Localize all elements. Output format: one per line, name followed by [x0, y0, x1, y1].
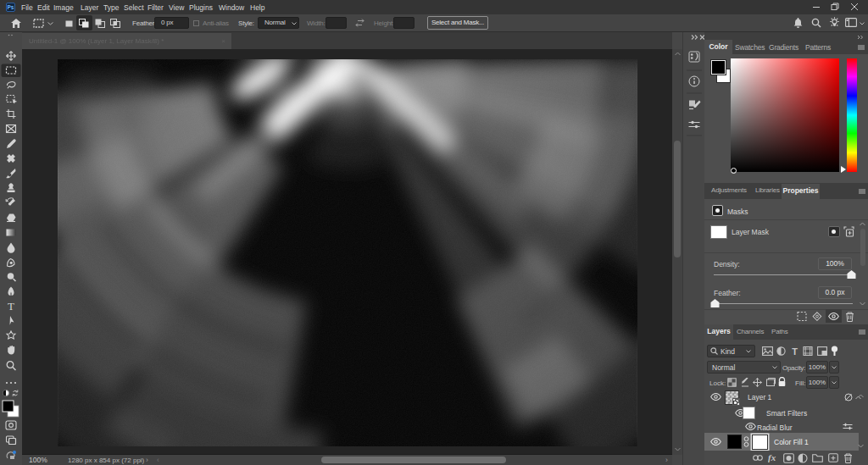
svg-text:fx: fx — [768, 452, 776, 462]
svg-text:T: T — [792, 346, 798, 356]
svg-text:T: T — [8, 300, 14, 313]
